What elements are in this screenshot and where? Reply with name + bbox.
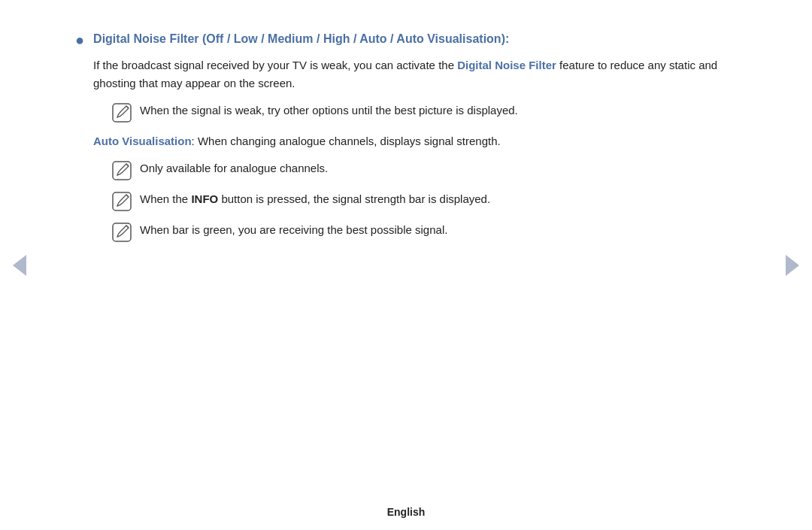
- bullet-section: ● Digital Noise Filter (Off / Low / Medi…: [75, 30, 722, 49]
- note2-text: Only available for analogue channels.: [140, 159, 328, 177]
- main-heading: Digital Noise Filter (Off / Low / Medium…: [93, 30, 509, 48]
- note-block-1: When the signal is weak, try other optio…: [111, 101, 722, 123]
- note-block-3: When the INFO button is pressed, the sig…: [111, 190, 722, 212]
- note-icon-3: [111, 191, 132, 212]
- note3-text-before: When the: [140, 192, 191, 205]
- footer-label: English: [387, 506, 426, 518]
- digital-noise-filter-link[interactable]: Digital Noise Filter: [457, 59, 556, 71]
- note3-bold: INFO: [191, 192, 218, 205]
- svg-rect-1: [113, 162, 131, 180]
- note3-text: When the INFO button is pressed, the sig…: [140, 190, 490, 208]
- note4-text: When bar is green, you are receiving the…: [140, 221, 447, 239]
- note-block-4: When bar is green, you are receiving the…: [111, 221, 722, 243]
- auto-vis-text: : When changing analogue channels, displ…: [192, 135, 501, 147]
- bullet-dot: ●: [75, 32, 84, 49]
- note-block-2: Only available for analogue channels.: [111, 159, 722, 181]
- note1-text: When the signal is weak, try other optio…: [140, 101, 518, 120]
- description-part1: If the broadcast signal received by your…: [93, 59, 457, 71]
- footer: English: [0, 497, 812, 530]
- page-container: ● Digital Noise Filter (Off / Low / Medi…: [0, 0, 812, 530]
- note3-text-after: button is pressed, the signal strength b…: [218, 192, 490, 205]
- auto-vis-link[interactable]: Auto Visualisation: [93, 135, 192, 147]
- note-icon-2: [111, 160, 132, 181]
- description-paragraph: If the broadcast signal received by your…: [93, 56, 722, 92]
- note-icon-1: [111, 102, 132, 123]
- auto-vis-section: Auto Visualisation: When changing analog…: [93, 132, 722, 150]
- svg-rect-2: [113, 192, 131, 210]
- svg-rect-3: [113, 223, 131, 241]
- note-icon-4: [111, 222, 132, 243]
- content-area: ● Digital Noise Filter (Off / Low / Medi…: [0, 0, 812, 497]
- svg-rect-0: [113, 104, 131, 122]
